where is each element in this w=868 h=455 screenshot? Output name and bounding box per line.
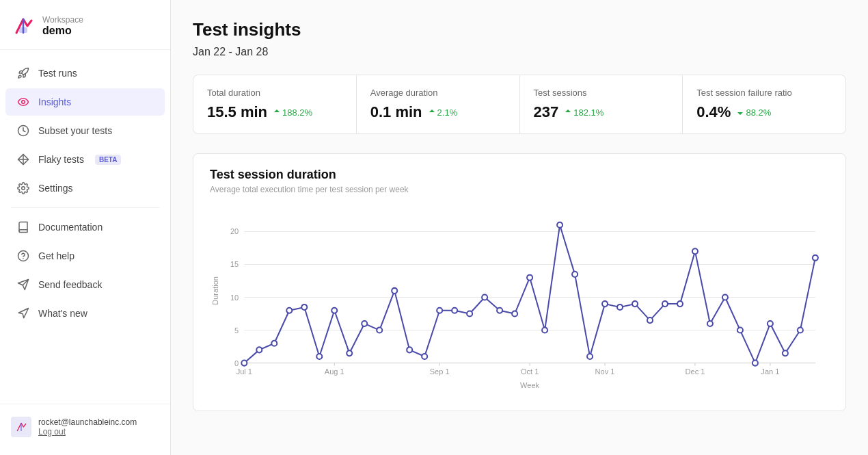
page-title: Test insights <box>193 19 846 40</box>
svg-text:Nov 1: Nov 1 <box>595 367 615 376</box>
svg-point-69 <box>692 248 698 254</box>
svg-point-67 <box>662 301 668 307</box>
sidebar-user: rocket@launchableinc.com Log out <box>0 410 170 444</box>
svg-point-2 <box>22 101 25 104</box>
svg-point-73 <box>752 361 758 366</box>
metric-total-duration-value: 15.5 min <box>207 103 267 121</box>
eye-icon <box>16 95 30 109</box>
user-email: rocket@launchableinc.com <box>38 417 137 427</box>
svg-point-66 <box>647 317 653 323</box>
svg-text:20: 20 <box>230 227 239 235</box>
svg-point-70 <box>707 321 713 326</box>
sidebar-item-flaky-tests-label: Flaky tests <box>38 154 84 165</box>
svg-point-47 <box>362 321 367 326</box>
svg-text:Jul 1: Jul 1 <box>236 367 252 376</box>
svg-point-48 <box>377 328 382 333</box>
sidebar-item-insights[interactable]: Insights <box>5 88 165 116</box>
clock-icon <box>16 124 30 138</box>
svg-text:10: 10 <box>230 294 239 302</box>
metric-average-duration-change: 2.1% <box>428 107 458 118</box>
svg-point-45 <box>331 308 337 313</box>
metrics-row: Total duration 15.5 min 188.2% Average d… <box>193 75 846 134</box>
svg-point-52 <box>437 308 442 313</box>
svg-point-63 <box>602 301 608 307</box>
svg-text:Week: Week <box>520 381 540 389</box>
metric-average-duration-value: 0.1 min <box>370 103 422 121</box>
paper-plane-icon <box>16 278 30 291</box>
logout-link[interactable]: Log out <box>38 427 137 437</box>
svg-point-65 <box>632 301 638 307</box>
sidebar-nav: Test runs Insights Subset your tests <box>0 55 170 404</box>
app-logo[interactable] <box>11 14 36 38</box>
sidebar-item-subset-tests-label: Subset your tests <box>38 125 112 136</box>
svg-point-57 <box>512 311 517 317</box>
svg-point-42 <box>286 308 292 313</box>
sidebar-item-settings[interactable]: Settings <box>5 174 165 202</box>
metric-card-average-duration: Average duration 0.1 min 2.1% <box>357 75 520 133</box>
svg-point-76 <box>798 328 803 333</box>
user-avatar <box>11 417 31 437</box>
svg-point-44 <box>316 354 322 359</box>
chart-title: Test session duration <box>210 168 829 182</box>
sidebar-item-flaky-tests[interactable]: Flaky tests BETA <box>5 146 165 173</box>
workspace-label: Workspace <box>42 15 83 25</box>
sidebar-item-get-help-label: Get help <box>38 250 74 261</box>
gear-icon <box>16 181 30 195</box>
svg-text:15: 15 <box>230 260 239 268</box>
svg-text:Duration: Duration <box>211 276 219 305</box>
chart-container: 05101520DurationJul 1Aug 1Sep 1Oct 1Nov … <box>210 205 829 397</box>
metric-total-duration-value-row: 15.5 min 188.2% <box>207 103 342 121</box>
svg-point-68 <box>677 301 683 307</box>
svg-point-40 <box>256 347 262 352</box>
svg-point-59 <box>542 328 547 333</box>
chart-subtitle: Average total execution time per test se… <box>210 185 829 194</box>
book-icon <box>16 220 30 234</box>
main-content: Test insights Jan 22 - Jan 28 Total dura… <box>171 0 868 455</box>
user-info: rocket@launchableinc.com Log out <box>38 417 137 437</box>
svg-point-46 <box>347 350 352 356</box>
sidebar-item-whats-new[interactable]: What's new <box>5 300 165 327</box>
workspace-name: demo <box>42 25 83 37</box>
sidebar-item-subset-tests[interactable]: Subset your tests <box>5 117 165 144</box>
svg-point-56 <box>497 308 502 313</box>
sidebar-item-send-feedback[interactable]: Send feedback <box>5 271 165 298</box>
svg-text:0: 0 <box>234 359 239 367</box>
svg-point-71 <box>722 294 728 300</box>
sidebar-bottom: rocket@launchableinc.com Log out <box>0 404 170 444</box>
rocket-icon <box>16 66 30 80</box>
chart-section: Test session duration Average total exec… <box>193 153 846 411</box>
metric-average-duration-value-row: 0.1 min 2.1% <box>370 103 506 121</box>
svg-text:Aug 1: Aug 1 <box>325 367 344 376</box>
metric-card-total-duration: Total duration 15.5 min 188.2% <box>193 75 357 133</box>
metric-test-sessions-label: Test sessions <box>534 88 669 98</box>
svg-text:Dec 1: Dec 1 <box>686 367 705 376</box>
svg-point-60 <box>557 222 562 228</box>
metric-total-duration-label: Total duration <box>207 88 342 98</box>
line-chart: 05101520DurationJul 1Aug 1Sep 1Oct 1Nov … <box>210 205 829 397</box>
snowflake-icon <box>16 153 30 166</box>
metric-average-duration-label: Average duration <box>370 88 506 98</box>
sidebar-item-get-help[interactable]: Get help <box>5 242 165 270</box>
svg-point-50 <box>407 347 412 352</box>
svg-point-41 <box>271 341 277 346</box>
svg-point-64 <box>617 304 623 310</box>
svg-point-51 <box>422 354 427 359</box>
sidebar-item-insights-label: Insights <box>38 96 71 107</box>
svg-text:Jan 1: Jan 1 <box>761 367 779 376</box>
svg-point-39 <box>241 361 247 366</box>
sidebar-item-test-runs[interactable]: Test runs <box>5 60 165 87</box>
sidebar-item-test-runs-label: Test runs <box>38 68 77 79</box>
metric-card-failure-ratio: Test session failure ratio 0.4% 88.2% <box>683 75 845 133</box>
metric-failure-ratio-value: 0.4% <box>696 103 731 121</box>
sidebar: Workspace demo Test runs <box>0 0 171 455</box>
sidebar-divider <box>11 207 159 208</box>
svg-text:Oct 1: Oct 1 <box>521 367 539 376</box>
svg-point-62 <box>587 354 593 359</box>
svg-point-74 <box>768 321 773 326</box>
metric-test-sessions-value: 237 <box>534 103 559 121</box>
svg-point-49 <box>392 288 397 294</box>
svg-point-43 <box>301 304 307 310</box>
metric-failure-ratio-change: 88.2% <box>736 107 771 118</box>
metric-failure-ratio-value-row: 0.4% 88.2% <box>696 103 832 121</box>
sidebar-item-documentation[interactable]: Documentation <box>5 213 165 241</box>
